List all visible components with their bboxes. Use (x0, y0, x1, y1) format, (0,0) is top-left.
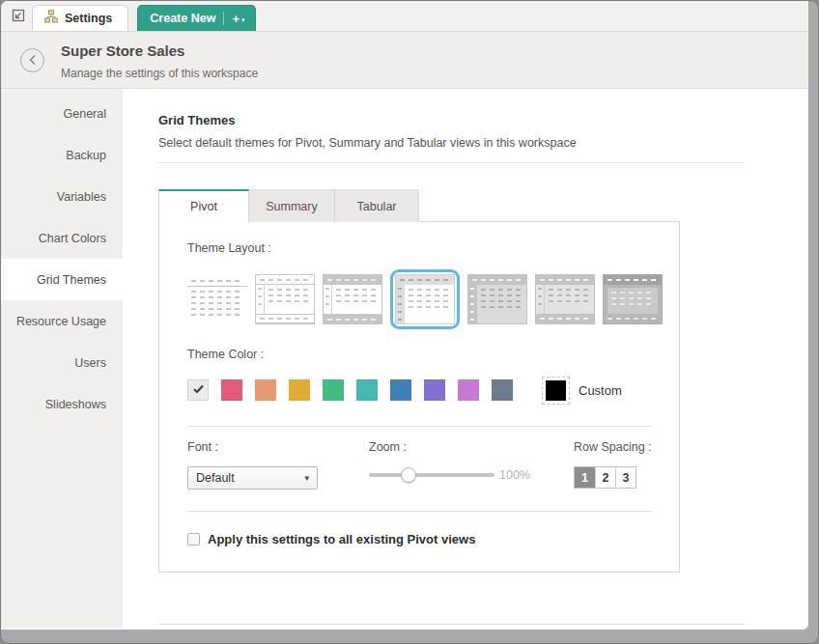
font-label: Font : (187, 440, 369, 454)
page-subtitle: Select default themes for Pivot, Summary… (158, 136, 808, 150)
theme-layout-option-1[interactable] (187, 274, 247, 324)
theme-layout-options (187, 269, 652, 329)
plus-icon: + (232, 12, 240, 26)
theme-color-label: Theme Color : (187, 348, 652, 361)
footer-divider (158, 624, 745, 625)
tab-settings[interactable]: Settings (32, 5, 128, 31)
theme-layout-option-6[interactable] (535, 274, 595, 324)
workspace-header: Super Store Sales Manage the settings of… (1, 32, 808, 89)
tab-pivot[interactable]: Pivot (158, 189, 249, 222)
create-new-button[interactable]: Create New + ▾ (137, 5, 255, 31)
apply-settings-checkbox[interactable] (187, 533, 200, 546)
app-window: Settings Create New + ▾ Super Store Sale… (0, 0, 819, 644)
apply-settings-label: Apply this settings to all existing Pivo… (208, 532, 475, 546)
app-content: Settings Create New + ▾ Super Store Sale… (1, 1, 808, 630)
zoom-slider-handle[interactable] (401, 467, 416, 483)
tab-tabular[interactable]: Tabular (334, 189, 419, 222)
theme-layout-option-4-selected[interactable] (390, 269, 460, 329)
theme-color-swatch-list (221, 379, 525, 401)
main-panel: Grid Themes Select default themes for Pi… (123, 89, 808, 629)
check-icon (192, 381, 205, 399)
theme-color-swatch-4[interactable] (323, 379, 344, 401)
workspace-title: Super Store Sales (61, 42, 184, 59)
theme-color-swatch-5[interactable] (356, 379, 378, 401)
row-spacing-segmented: 1 2 3 (574, 466, 636, 489)
row-spacing-option-2[interactable]: 2 (595, 467, 615, 488)
theme-color-swatch-row: Custom (187, 376, 652, 405)
zoom-slider[interactable] (369, 466, 494, 484)
theme-color-swatch-6[interactable] (390, 379, 411, 401)
font-select[interactable]: Default ▾ (187, 466, 318, 490)
restore-window-button[interactable] (7, 5, 30, 30)
sidebar-item-slideshows[interactable]: Slideshows (1, 383, 123, 425)
tab-settings-label: Settings (65, 12, 112, 25)
theme-layout-option-7[interactable] (603, 274, 663, 324)
zoom-label: Zoom : (369, 440, 574, 454)
chevron-left-icon (28, 52, 38, 70)
theme-color-swatch-1[interactable] (221, 379, 242, 401)
workspace-subtitle: Manage the settings of this workspace (61, 67, 258, 80)
view-tabs: Pivot Summary Tabular (158, 189, 808, 222)
sidebar-item-users[interactable]: Users (1, 342, 123, 383)
sidebar-item-general[interactable]: General (1, 93, 123, 134)
custom-color-picker[interactable] (542, 377, 570, 405)
theme-color-swatch-2[interactable] (255, 379, 276, 401)
theme-color-swatch-9[interactable] (492, 379, 513, 401)
theme-color-default-selected[interactable] (187, 379, 209, 401)
tab-summary[interactable]: Summary (249, 189, 334, 222)
sidebar-item-resource-usage[interactable]: Resource Usage (1, 300, 123, 342)
zoom-slider-track[interactable] (369, 473, 494, 477)
panel-divider-2 (187, 511, 652, 512)
theme-layout-label: Theme Layout : (187, 241, 652, 255)
theme-layout-option-3[interactable] (323, 274, 382, 324)
chevron-down-icon: ▾ (241, 16, 245, 24)
row-spacing-option-1[interactable]: 1 (575, 467, 595, 488)
custom-color-chip (546, 380, 566, 401)
theme-layout-option-2[interactable] (255, 274, 315, 324)
theme-color-swatch-7[interactable] (424, 379, 445, 401)
section-divider (158, 162, 745, 163)
panel-divider-1 (187, 426, 652, 427)
custom-color-control: Custom (542, 377, 622, 405)
row-spacing-option-3[interactable]: 3 (615, 467, 635, 488)
row-spacing-label: Row Spacing : (574, 440, 652, 454)
custom-color-label: Custom (579, 383, 622, 398)
select-caret-icon: ▾ (304, 473, 309, 483)
create-new-label: Create New (150, 12, 215, 25)
sidebar-item-chart-colors[interactable]: Chart Colors (1, 217, 123, 259)
workspace-icon (44, 10, 58, 27)
sidebar-item-variables[interactable]: Variables (1, 176, 123, 217)
create-new-divider (223, 12, 224, 25)
apply-settings-row: Apply this settings to all existing Pivo… (187, 532, 652, 546)
back-button[interactable] (20, 48, 44, 72)
top-tab-bar: Settings Create New + ▾ (1, 1, 808, 32)
sidebar-item-grid-themes[interactable]: Grid Themes (1, 259, 123, 300)
sidebar-item-backup[interactable]: Backup (1, 134, 123, 176)
settings-sidebar: General Backup Variables Chart Colors Gr… (1, 89, 123, 629)
theme-layout-option-5[interactable] (467, 274, 527, 324)
page-title: Grid Themes (158, 113, 808, 127)
theme-color-swatch-8[interactable] (458, 379, 479, 401)
restore-window-icon (12, 9, 25, 26)
font-select-value: Default (196, 471, 304, 485)
zoom-value: 100% (499, 468, 530, 482)
theme-color-swatch-3[interactable] (289, 379, 310, 401)
controls-row: Font : Default ▾ Zoom : (187, 440, 652, 490)
grid-theme-panel: Theme Layout : (158, 221, 680, 573)
